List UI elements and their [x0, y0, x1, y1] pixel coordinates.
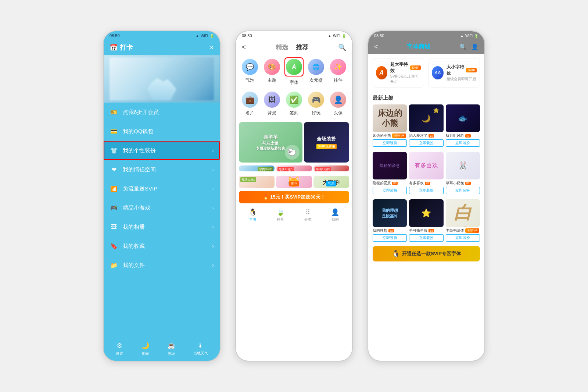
status-time-2: 08:50	[242, 33, 252, 38]
tab-grass[interactable]: 🍃 种草	[276, 208, 284, 222]
menu-item-games[interactable]: 🎮 精品小游戏 ›	[104, 198, 220, 217]
moon-thumb: ⭐ 🌙	[409, 104, 443, 132]
like-install-btn[interactable]: 立即装扮	[409, 187, 443, 194]
sale-badge: 每满11减5	[277, 167, 293, 171]
tab-tuijian[interactable]: 推荐	[296, 44, 308, 51]
search-button-2[interactable]: 🔍	[338, 43, 346, 51]
menu-item-wallet[interactable]: 💳 我的QQ钱包	[104, 122, 220, 141]
r2-1-thumb: 每满11减5	[239, 176, 275, 188]
cat-bubble[interactable]: 💬 气泡	[242, 59, 258, 86]
large-vip-sub: 超级会员即可开启	[447, 76, 477, 82]
back-button-3[interactable]: <	[374, 43, 378, 51]
item-moon[interactable]: ⭐ 🌙 陷入爱河了 ¥3 立即装扮	[409, 104, 443, 147]
back-button-2[interactable]: <	[242, 43, 246, 51]
cat-font[interactable]: A 字体	[286, 59, 302, 86]
arrow-icon-5: ›	[212, 224, 214, 230]
cat-pendant[interactable]: ✨ 挂件	[330, 59, 346, 86]
grid-item-r2-1[interactable]: 每满11减5	[239, 176, 275, 188]
bottom-level[interactable]: ☕ 等级	[167, 342, 175, 356]
tab-category[interactable]: ⠿ 分类	[304, 208, 312, 222]
cat-theme[interactable]: 🎨 主题	[264, 59, 280, 86]
menu-item-discount[interactable]: 🎫 点我6折开会员	[104, 103, 220, 122]
menu-item-album[interactable]: 🖼 我的相册 ›	[104, 217, 220, 236]
menu-item-flow[interactable]: 📶 免流量送SVIP ›	[104, 179, 220, 198]
like-art: 有多喜欢	[409, 152, 443, 179]
bottom-weather[interactable]: 🌡 当地天气	[193, 342, 208, 356]
item-rabbit[interactable]: 🐰 草莓小奶兔 ¥6 立即装扮	[446, 152, 480, 194]
theme-icon: 🎨	[264, 59, 280, 75]
sale-badge-2: 每满11减5	[315, 167, 331, 171]
item-fish[interactable]: 🐟 鲅月听风吟 ¥3 立即装扮	[446, 104, 480, 147]
grid-item-r2-3[interactable]: 大家好! 气泡	[313, 176, 349, 188]
stars-install-btn[interactable]: 立即装扮	[409, 234, 443, 242]
tab-jingxuan[interactable]: 精选	[276, 44, 288, 51]
qipao-badge: 气泡	[326, 181, 336, 186]
search-icon-3[interactable]: 🔍	[459, 43, 467, 50]
cat-meta[interactable]: 🌐 次元壁	[308, 59, 324, 86]
cat-signin[interactable]: ✅ 签到	[286, 92, 302, 116]
grid-item-shuimo[interactable]: 绿费SVIP 水墨世界	[239, 165, 275, 171]
menu-item-couple[interactable]: ❤ 我的情侣空间 ›	[104, 160, 220, 179]
battery-icon: 🔋	[209, 34, 214, 38]
banner-left: 喜羊羊 与灰太狼 专属皮肤新装预告 🐑	[239, 122, 302, 163]
lipoem-install-btn[interactable]: 立即装扮	[446, 234, 480, 242]
item-lipoem[interactable]: 诗仙李白书法体 李白书法体 绿费SVIP 立即装扮	[446, 199, 480, 242]
super-svip-badge: SVIP	[410, 65, 421, 70]
collect-icon: 🔖	[110, 242, 118, 250]
tab-home[interactable]: 🐧 首页	[249, 208, 257, 222]
secret-price: ¥3	[392, 182, 398, 185]
level-label: 等级	[168, 351, 175, 356]
menu-item-wallet-label: 我的QQ钱包	[123, 128, 214, 135]
phone2-promo[interactable]: 🔥 15元！买SVIP加送30天！	[239, 191, 349, 203]
meta-icon: 🌐	[308, 59, 324, 75]
menu-item-collect[interactable]: 🔖 我的收藏 ›	[104, 236, 220, 256]
menu-item-outfit[interactable]: 👕 我的个性装扮 ›	[104, 141, 220, 160]
rabbit-price: ¥6	[465, 182, 471, 185]
close-button[interactable]: ×	[209, 43, 214, 52]
fish-install-btn[interactable]: 立即装扮	[446, 139, 480, 147]
star-emoji: ⭐	[421, 209, 431, 218]
tab-mine[interactable]: 👤 我的	[331, 208, 339, 222]
rabbit-thumb: 🐰	[446, 152, 480, 179]
menu-item-file[interactable]: 📁 我的文件 ›	[104, 256, 220, 275]
bottom-settings[interactable]: ⚙ 设置	[116, 342, 123, 356]
svip-badge: 绿费SVIP	[258, 167, 273, 171]
cat-signin-label: 签到	[290, 110, 298, 116]
cat-namecard[interactable]: 💼 名片	[242, 92, 258, 116]
bottom-night[interactable]: 🌙 夜间	[141, 342, 149, 356]
battery-icon-2: 🔋	[342, 34, 346, 38]
cat-bg[interactable]: 🖼 背景	[264, 92, 280, 116]
menu-item-collect-label: 我的收藏	[123, 243, 214, 250]
grid-item-rose[interactable]: 每满11减5 玫瑰至上 ¥3	[313, 165, 349, 171]
item-like[interactable]: 有多喜欢 有多喜欢 ¥3 立即装扮	[409, 152, 443, 194]
item-secret[interactable]: 隐秘的爱意 隐秘的爱意 ¥3 立即装扮	[373, 152, 407, 194]
arrow-icon-6: ›	[212, 243, 214, 249]
item-dream[interactable]: 我的理想是段嘉许 我的理想 ¥3 立即装扮	[373, 199, 407, 242]
status-icons-3: ▲ WiFi 🔋	[460, 34, 478, 38]
dream-install-btn[interactable]: 立即装扮	[373, 234, 407, 242]
vip-card-super[interactable]: A 超大字特效 SVIP SVIP3及以上即可开启	[373, 58, 424, 88]
lipoem-name: 李白书法体 绿费SVIP	[446, 228, 480, 233]
profile-icon-3[interactable]: 👤	[471, 43, 478, 50]
vip-card-large[interactable]: AA 大小字特效 SVIP 超级会员即可开启	[429, 58, 480, 88]
fish-price: ¥3	[465, 134, 471, 138]
grid-item-lovestory[interactable]: 每满11减5 心动复古恋 ¥3	[276, 165, 312, 171]
grid-item-r2-2[interactable]: 🐱 推荐	[276, 176, 312, 188]
dream-name: 我的理想 ¥3	[373, 228, 407, 233]
menu-item-couple-label: 我的情侣空间	[123, 166, 214, 173]
item-stars[interactable]: ⭐ 手可摘星辰 ¥3 立即装扮	[409, 199, 443, 242]
item-bedbear[interactable]: 床边的小熊 床边的小熊 绿费SVIP 立即装扮	[373, 104, 407, 147]
cat-avatar[interactable]: 👤 头像	[330, 92, 346, 116]
phone3-bottom-banner[interactable]: 🐧 开通任选一款SVIP专区字体	[373, 246, 480, 261]
like-thumb: 有多喜欢	[409, 152, 443, 179]
wifi-icon: WiFi	[201, 34, 208, 38]
cat-fun[interactable]: 🎮 好玩	[308, 92, 324, 116]
bedbear-install-btn[interactable]: 立即装扮	[373, 139, 407, 147]
rabbit-install-btn[interactable]: 立即装扮	[446, 187, 480, 194]
moon-install-btn[interactable]: 立即装扮	[409, 139, 443, 147]
arrow-icon: ›	[212, 147, 214, 153]
secret-install-btn[interactable]: 立即装扮	[373, 187, 407, 194]
phone1-header: 📅 打卡 ×	[104, 40, 220, 55]
phone1-banner	[104, 55, 220, 103]
bedbear-thumb: 床边的小熊	[373, 104, 407, 132]
